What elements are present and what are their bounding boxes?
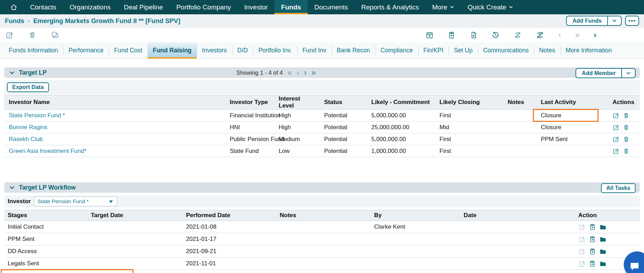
nav-item-reports-analytics[interactable]: Reports & Analytics: [355, 0, 425, 14]
edit-icon[interactable]: [6, 31, 14, 39]
nav-item-portfolio-company[interactable]: Portfolio Company: [170, 0, 237, 14]
target-lp-table: Investor Name Investor Type Interest Lev…: [4, 95, 640, 157]
tab-notes[interactable]: Notes: [534, 42, 560, 59]
delete-icon[interactable]: [623, 136, 630, 143]
col-investor-type: Investor Type: [221, 95, 270, 110]
investor-name-link[interactable]: State Pension Fund *: [9, 112, 65, 119]
delete-icon[interactable]: [623, 148, 630, 155]
add-funds-dropdown-button[interactable]: [607, 16, 621, 25]
edit-icon[interactable]: [613, 148, 620, 155]
collapse-chevron-icon[interactable]: [9, 70, 15, 76]
prev-page-icon[interactable]: ‹: [296, 69, 299, 76]
delete-icon[interactable]: [623, 124, 630, 131]
col-status: Status: [315, 95, 363, 110]
device-add-icon[interactable]: [589, 248, 596, 255]
nav-item-more[interactable]: More: [425, 0, 461, 14]
tab-more-information[interactable]: More Information: [560, 42, 617, 59]
double-chevron-right-icon[interactable]: »: [575, 31, 580, 38]
edit-icon[interactable]: [613, 136, 620, 143]
investor-name-link[interactable]: Rasekh Club: [9, 136, 43, 142]
tab-portfolio-inv[interactable]: Portfolio Inv.: [253, 42, 297, 59]
target-lp-section-header[interactable]: Target LP Showing 1 - 4 of 4 « ‹ › » Add…: [4, 67, 640, 78]
edit-icon[interactable]: [613, 124, 620, 131]
tab-set-up[interactable]: Set Up: [449, 42, 478, 59]
top-navigation: Contacts Organizations Deal Pipeline Por…: [0, 0, 644, 14]
target-lp-workflow-section-header[interactable]: Target LP Workflow All Tasks: [4, 182, 640, 193]
edit-icon[interactable]: [578, 260, 586, 267]
table-header-row: Investor Name Investor Type Interest Lev…: [4, 95, 640, 110]
edit-icon[interactable]: [613, 112, 620, 119]
tab-bank-recon[interactable]: Bank Recon: [331, 42, 375, 59]
first-page-icon[interactable]: «: [287, 69, 292, 76]
delete-icon[interactable]: [28, 31, 36, 39]
tab-dd[interactable]: D/D: [232, 42, 253, 59]
tab-fund-inv[interactable]: Fund Inv: [297, 42, 331, 59]
showing-text: Showing 1 - 4 of 4: [236, 69, 283, 76]
nav-item-quick-create[interactable]: Quick Create: [461, 0, 520, 14]
tab-fund-raising[interactable]: Fund Raising: [148, 42, 197, 59]
device-add-icon[interactable]: [589, 236, 596, 243]
col-date: Date: [458, 210, 573, 221]
tab-compliance[interactable]: Compliance: [375, 42, 418, 59]
col-performed-date: Performed Date: [180, 210, 274, 221]
table-row: Bonnie Ragins HNI High Potential 25,000,…: [4, 121, 640, 133]
edit-icon[interactable]: [578, 223, 586, 231]
device-add-icon[interactable]: [589, 223, 596, 231]
nav-item-organizations[interactable]: Organizations: [63, 0, 117, 14]
breadcrumb-root[interactable]: Funds: [5, 17, 24, 25]
folder-icon[interactable]: [599, 248, 607, 255]
currency-sync-icon[interactable]: [514, 31, 522, 39]
folder-icon[interactable]: [599, 236, 607, 243]
tab-communications[interactable]: Communications: [478, 42, 534, 59]
investor-name-link[interactable]: Green Asia Investment Fund*: [9, 148, 86, 154]
tab-performance[interactable]: Performance: [63, 42, 109, 59]
edit-icon[interactable]: [578, 248, 586, 255]
folder-icon[interactable]: [599, 260, 607, 267]
collapse-chevron-icon[interactable]: [9, 185, 15, 191]
last-page-icon[interactable]: »: [311, 69, 316, 76]
all-tasks-button[interactable]: All Tasks: [601, 183, 636, 193]
col-notes: Notes: [499, 95, 532, 110]
col-last-activity: Last Activity: [532, 95, 604, 110]
next-page-icon[interactable]: ›: [304, 69, 307, 76]
calendar-add-icon[interactable]: [425, 31, 434, 39]
export-data-button[interactable]: Export Data: [7, 82, 49, 92]
add-funds-button[interactable]: Add Funds: [567, 16, 607, 25]
clone-icon[interactable]: [51, 31, 59, 39]
chevron-right-icon[interactable]: ›: [594, 31, 596, 38]
nav-item-investor[interactable]: Investor: [237, 0, 274, 14]
investor-select-value: State Pension Fund *: [37, 198, 89, 205]
delete-icon[interactable]: [623, 112, 630, 119]
nav-home[interactable]: [4, 0, 23, 14]
table-row: DD Access 2021-09-21: [4, 245, 640, 258]
currency-sync-bold-icon[interactable]: [536, 31, 544, 39]
add-member-dropdown-button[interactable]: [621, 69, 635, 78]
investor-select[interactable]: State Pension Fund *: [34, 197, 117, 206]
nav-item-funds[interactable]: Funds: [274, 0, 308, 14]
add-funds-split-button: Add Funds: [566, 16, 622, 26]
nav-item-contacts[interactable]: Contacts: [23, 0, 63, 14]
tab-fund-cost[interactable]: Fund Cost: [109, 42, 148, 59]
chevron-left-icon[interactable]: ‹: [558, 31, 561, 38]
device-add-icon[interactable]: [589, 260, 596, 267]
col-by: By: [368, 210, 458, 221]
table-row: Rasekh Club Public Pension Fund Medium P…: [4, 133, 640, 145]
table-header-row: Stages Target Date Performed Date Notes …: [4, 210, 640, 221]
investor-name-link[interactable]: Bonnie Ragins: [9, 124, 48, 131]
tab-fin-kpi[interactable]: Fin/KPI: [418, 42, 449, 59]
device-add-icon[interactable]: [448, 31, 456, 39]
history-icon[interactable]: [492, 31, 500, 39]
folder-icon[interactable]: [599, 223, 607, 231]
tab-investors[interactable]: Investors: [197, 42, 232, 59]
add-member-button[interactable]: Add Member: [576, 69, 621, 78]
table-row: PPM Sent 2021-01-17: [4, 233, 640, 245]
edit-icon[interactable]: [578, 236, 586, 243]
table-row: Initial Contact 2021-01-08 Clarke Kent: [4, 221, 640, 233]
more-options-button[interactable]: •••: [625, 16, 639, 26]
file-add-icon[interactable]: [470, 31, 478, 39]
nav-item-documents[interactable]: Documents: [308, 0, 355, 14]
investor-filter-label: Investor: [8, 198, 31, 205]
nav-item-deal-pipeline[interactable]: Deal Pipeline: [117, 0, 170, 14]
pagination: Showing 1 - 4 of 4 « ‹ › »: [236, 67, 316, 78]
tab-funds-information[interactable]: Funds Information: [3, 42, 63, 59]
